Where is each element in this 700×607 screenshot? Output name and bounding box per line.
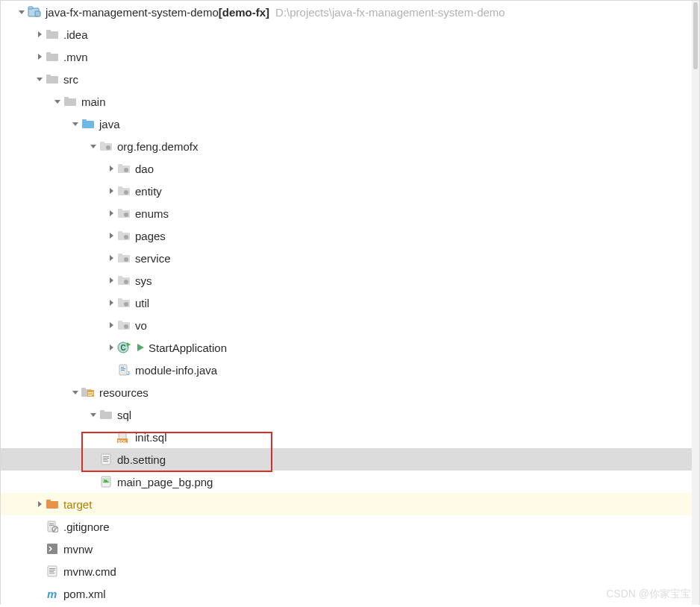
- svg-rect-88: [46, 501, 58, 509]
- tree-node-initsql[interactable]: SQLinit.sql: [1, 426, 699, 448]
- expand-arrow-icon[interactable]: [105, 319, 117, 331]
- tree-label: mvnw: [63, 543, 93, 556]
- svg-rect-9: [46, 52, 51, 54]
- tree-node-pkg[interactable]: org.feng.demofx: [1, 135, 699, 157]
- svg-point-26: [124, 168, 128, 172]
- tree-label: org.feng.demofx: [117, 140, 198, 153]
- project-path: D:\projects\java-fx-management-system-de…: [275, 6, 505, 19]
- svg-rect-14: [64, 98, 76, 106]
- tree-node-mainpng[interactable]: main_page_bg.png: [1, 471, 699, 493]
- expand-arrow-icon[interactable]: [51, 95, 63, 107]
- tree-node-entity[interactable]: entity: [1, 180, 699, 202]
- expand-arrow-icon[interactable]: [105, 207, 117, 219]
- project-tree[interactable]: java-fx-management-system-demo [demo-fx]…: [0, 0, 700, 605]
- tree-label: vo: [135, 319, 147, 332]
- scrollbar[interactable]: [692, 1, 699, 605]
- package-icon: [117, 184, 131, 198]
- svg-marker-0: [19, 10, 25, 14]
- svg-marker-16: [72, 122, 78, 126]
- tree-label: entity: [135, 185, 162, 198]
- sql-file-icon: SQL: [117, 430, 131, 444]
- tree-node-sys[interactable]: sys: [1, 269, 699, 292]
- tree-label: db.setting: [117, 453, 166, 466]
- tree-node-mvnw[interactable]: mvnw: [1, 538, 699, 560]
- tree-label: service: [135, 252, 171, 265]
- svg-rect-98: [49, 570, 55, 570]
- svg-rect-8: [46, 54, 58, 61]
- svg-marker-10: [37, 78, 43, 81]
- svg-point-50: [124, 302, 128, 306]
- tree-node-idea[interactable]: .idea: [1, 23, 699, 45]
- tree-node-mvnwcmd[interactable]: mvnw.cmd: [1, 560, 699, 582]
- svg-rect-73: [100, 412, 112, 419]
- expand-arrow-icon[interactable]: [69, 118, 81, 130]
- tree-node-main[interactable]: main: [1, 90, 699, 113]
- scrollbar-thumb[interactable]: [693, 2, 698, 69]
- svg-rect-91: [49, 523, 54, 524]
- tree-node-src[interactable]: src: [1, 68, 699, 90]
- tree-node-start[interactable]: CStartApplication: [1, 336, 699, 359]
- tree-node-target[interactable]: target: [1, 493, 699, 515]
- tree-label: pom.xml: [63, 588, 106, 600]
- svg-marker-7: [38, 54, 42, 60]
- expand-arrow-icon: [34, 588, 46, 600]
- tree-label: .mvn: [63, 51, 88, 63]
- expand-arrow-icon[interactable]: [105, 297, 117, 309]
- svg-text:C: C: [120, 344, 125, 352]
- tree-label: target: [63, 498, 92, 511]
- tree-label: pages: [135, 230, 166, 242]
- package-icon: [117, 274, 131, 287]
- svg-marker-19: [90, 145, 96, 148]
- tree-node-sql[interactable]: sql: [1, 403, 699, 426]
- expand-arrow-icon[interactable]: [87, 140, 99, 152]
- expand-arrow-icon[interactable]: [34, 498, 46, 510]
- expand-arrow-icon[interactable]: [105, 230, 117, 242]
- svg-marker-27: [110, 188, 113, 194]
- tree-node-dbsetting[interactable]: db.setting: [1, 448, 699, 471]
- expand-arrow-icon[interactable]: [105, 163, 117, 174]
- tree-node-vo[interactable]: vo: [1, 314, 699, 336]
- tree-node-gitignore[interactable]: .gitignore: [1, 515, 699, 538]
- tree-node-mvn[interactable]: .mvn: [1, 45, 699, 68]
- tree-node-pages[interactable]: pages: [1, 224, 699, 247]
- expand-arrow-icon[interactable]: [105, 274, 117, 286]
- tree-node-modinfo[interactable]: Jmodule-info.java: [1, 359, 699, 381]
- expand-arrow-icon[interactable]: [105, 185, 117, 197]
- svg-rect-15: [64, 97, 69, 99]
- gitignore-file-icon: [46, 520, 59, 533]
- tree-label: main_page_bg.png: [117, 476, 213, 488]
- tree-node-root[interactable]: java-fx-management-system-demo [demo-fx]…: [1, 1, 699, 23]
- folder-icon: [63, 95, 77, 108]
- expand-arrow-icon[interactable]: [105, 342, 117, 353]
- expand-arrow-icon[interactable]: [34, 51, 46, 63]
- expand-arrow-icon[interactable]: [34, 73, 46, 85]
- folder-icon: [46, 28, 59, 41]
- expand-arrow-icon[interactable]: [87, 409, 99, 421]
- tree-node-service[interactable]: service: [1, 247, 699, 269]
- svg-point-54: [124, 324, 128, 329]
- svg-rect-69: [88, 392, 93, 393]
- expand-arrow-icon[interactable]: [69, 386, 81, 398]
- tree-node-resources[interactable]: resources: [1, 381, 699, 403]
- tree-node-java[interactable]: java: [1, 113, 699, 135]
- svg-rect-2: [28, 7, 33, 9]
- package-icon: [117, 162, 131, 175]
- tree-node-dao[interactable]: dao: [1, 157, 699, 180]
- module-icon: [28, 5, 41, 19]
- svg-rect-17: [82, 121, 94, 128]
- package-icon: [117, 251, 131, 265]
- svg-rect-74: [100, 410, 104, 412]
- svg-rect-41: [118, 254, 122, 256]
- expand-arrow-icon[interactable]: [16, 6, 28, 18]
- expand-arrow-icon[interactable]: [105, 252, 117, 264]
- svg-marker-47: [110, 300, 113, 306]
- tree-node-util[interactable]: util: [1, 292, 699, 314]
- tree-node-pom[interactable]: mpom.xml: [1, 582, 699, 605]
- resources-folder-icon: [81, 386, 95, 399]
- tree-node-enums[interactable]: enums: [1, 202, 699, 224]
- expand-arrow-icon[interactable]: [34, 28, 46, 40]
- module-name: [demo-fx]: [219, 6, 269, 19]
- source-folder-icon: [81, 117, 95, 130]
- folder-icon: [46, 50, 59, 63]
- expand-arrow-icon: [105, 431, 117, 443]
